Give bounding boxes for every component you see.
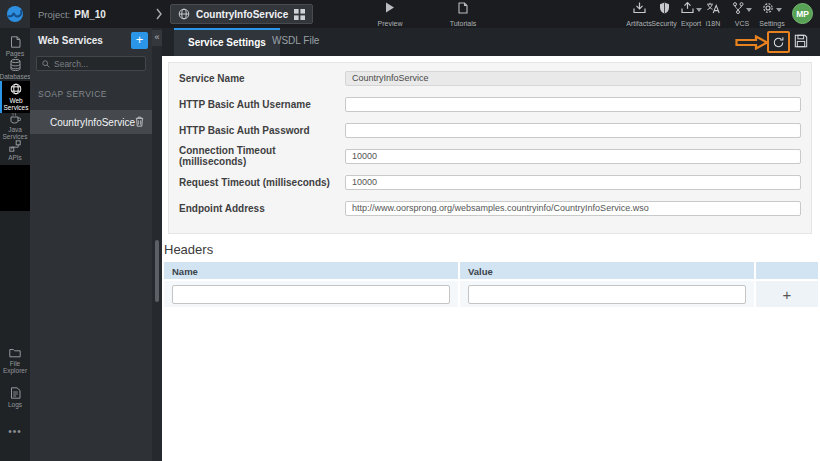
database-icon	[10, 59, 21, 71]
globe-icon	[178, 8, 190, 20]
panel-header: Web Services +	[30, 28, 152, 52]
header-name-cell	[164, 281, 458, 307]
sidebar-item-apis[interactable]: APIs	[0, 138, 30, 163]
save-service-button[interactable]	[794, 34, 808, 48]
vcs-label: VCS	[735, 20, 749, 27]
shield-icon	[659, 2, 670, 14]
header-value-input[interactable]	[468, 285, 746, 304]
more-options-icon[interactable]: •••	[0, 426, 30, 437]
column-header-actions	[756, 262, 818, 279]
form-row: Service Name	[179, 65, 801, 91]
active-service-chip[interactable]: CountryInfoService	[170, 4, 313, 24]
app-logo[interactable]	[0, 0, 30, 28]
column-header-value: Value	[460, 262, 754, 279]
refresh-icon	[772, 36, 785, 49]
service-settings-content: Service Settings WSDL File Service Name	[162, 28, 820, 461]
headers-table: Name Value +	[164, 262, 818, 307]
service-list-item[interactable]: CountryInfoService	[30, 110, 152, 134]
coffee-icon	[9, 112, 21, 124]
service-name-label: Service Name	[179, 73, 345, 84]
security-label: Security	[651, 20, 676, 27]
collapse-panel-button[interactable]: «	[152, 30, 162, 46]
project-breadcrumb: Project: PM_10	[38, 0, 106, 28]
form-row: Endpoint Address	[179, 195, 801, 221]
chevron-down-icon	[746, 8, 752, 12]
nav-strip-divider	[0, 165, 30, 211]
connection-timeout-label: Connection Timeout (milliseconds)	[179, 145, 345, 167]
globe-icon	[10, 83, 22, 95]
reload-service-button[interactable]	[767, 31, 790, 53]
tab-wsdl-file[interactable]: WSDL File	[258, 28, 333, 56]
form-row: Connection Timeout (milliseconds)	[179, 143, 801, 169]
web-services-panel: Web Services + SOAP SERVICE CountryInfoS…	[30, 28, 152, 461]
tutorials-button[interactable]: Tutorials	[442, 2, 484, 27]
tutorials-label: Tutorials	[450, 20, 477, 27]
left-nav-strip: Pages Databases Web Services Java Servic…	[0, 28, 30, 461]
add-header-button[interactable]: +	[756, 281, 818, 307]
auth-username-input[interactable]	[345, 97, 801, 112]
play-icon	[385, 2, 395, 13]
vcs-button[interactable]: VCS	[728, 2, 756, 27]
add-service-button[interactable]: +	[131, 32, 148, 49]
top-bar: Project: PM_10 CountryInfoService Previe…	[0, 0, 820, 28]
search-icon	[42, 60, 50, 68]
service-settings-form: Service Name HTTP Basic Auth Username HT…	[168, 62, 812, 234]
export-label: Export	[681, 20, 701, 27]
delete-service-icon[interactable]	[135, 116, 144, 127]
download-icon	[633, 2, 646, 14]
form-row: HTTP Basic Auth Username	[179, 91, 801, 117]
search-input[interactable]	[54, 59, 140, 69]
sidebar-item-databases[interactable]: Databases	[0, 57, 30, 82]
i18n-label: i18N	[706, 20, 720, 27]
soap-service-section-label: SOAP SERVICE	[38, 89, 152, 99]
form-row: Request Timeout (milliseconds)	[179, 169, 801, 195]
page-icon	[10, 36, 21, 48]
column-header-name: Name	[164, 262, 458, 279]
service-search[interactable]	[36, 56, 146, 71]
wavemaker-logo-icon	[6, 5, 24, 23]
chevron-right-icon	[155, 7, 163, 21]
request-timeout-input[interactable]	[345, 175, 801, 190]
scrollbar-thumb[interactable]	[155, 240, 159, 302]
connection-timeout-input[interactable]	[345, 149, 801, 164]
headers-section: Headers Name Value +	[164, 242, 818, 307]
service-name-input	[345, 71, 801, 86]
sidebar-item-pages[interactable]: Pages	[0, 34, 30, 59]
project-label: Project:	[38, 9, 70, 20]
log-file-icon	[10, 387, 21, 399]
panel-title: Web Services	[38, 35, 103, 46]
tab-bar: Service Settings WSDL File	[162, 28, 820, 56]
endpoint-address-input[interactable]	[345, 201, 801, 216]
sidebar-item-logs[interactable]: Logs	[0, 385, 30, 410]
branch-icon	[732, 2, 744, 14]
service-chip-label: CountryInfoService	[196, 9, 288, 20]
auth-username-label: HTTP Basic Auth Username	[179, 99, 345, 110]
i18n-button[interactable]: i18N	[700, 2, 726, 27]
sidebar-item-file-explorer[interactable]: File Explorer	[0, 345, 30, 376]
user-avatar[interactable]: MP	[792, 3, 813, 24]
preview-button[interactable]: Preview	[372, 2, 408, 27]
translate-icon	[706, 2, 720, 14]
settings-button[interactable]: Settings	[754, 2, 790, 27]
sidebar-label: Logs	[8, 401, 22, 408]
headers-title: Headers	[164, 242, 818, 257]
header-name-input[interactable]	[172, 285, 450, 304]
save-icon	[794, 34, 808, 48]
project-name: PM_10	[74, 9, 106, 20]
sidebar-label: Web Services	[2, 97, 30, 111]
annotation-arrow	[735, 35, 769, 50]
grid-icon[interactable]	[294, 9, 305, 20]
endpoint-address-label: Endpoint Address	[179, 203, 345, 214]
gear-icon	[762, 2, 774, 14]
auth-password-input[interactable]	[345, 123, 801, 138]
sidebar-label: File Explorer	[0, 360, 30, 374]
header-value-cell	[460, 281, 754, 307]
settings-label: Settings	[759, 20, 784, 27]
sidebar-label: Pages	[6, 50, 24, 57]
auth-password-label: HTTP Basic Auth Password	[179, 125, 345, 136]
sidebar-label: Databases	[0, 73, 31, 80]
preview-label: Preview	[378, 20, 403, 27]
chevron-down-icon	[776, 8, 782, 12]
document-icon	[458, 2, 468, 14]
sidebar-item-web-services[interactable]: Web Services	[0, 81, 30, 113]
